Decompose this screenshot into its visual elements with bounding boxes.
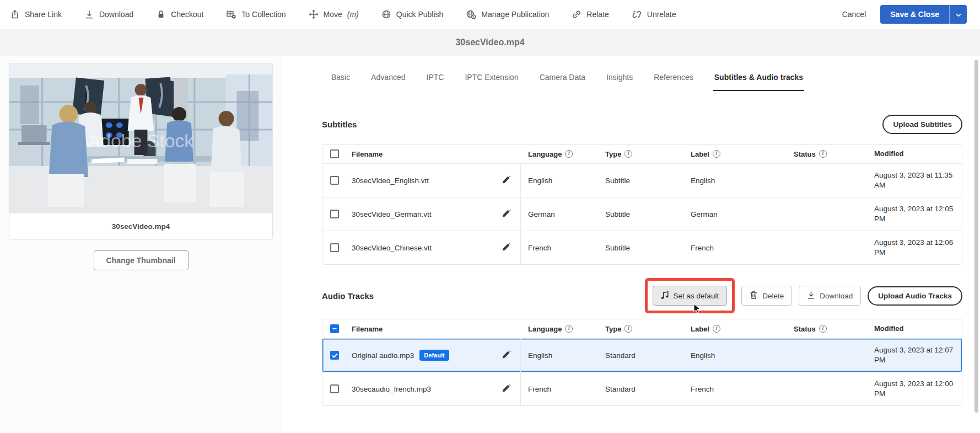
- info-icon[interactable]: [565, 150, 573, 158]
- metadata-tabs: Basic Advanced IPTC IPTC Extension Camer…: [330, 73, 962, 91]
- watermark-text: Adobe Stock: [88, 130, 194, 151]
- tab-iptc[interactable]: IPTC: [426, 73, 445, 91]
- metadata-content: Basic Advanced IPTC IPTC Extension Camer…: [282, 56, 980, 433]
- move-icon: [309, 9, 319, 19]
- select-all-checkbox[interactable]: [330, 324, 339, 333]
- tab-insights[interactable]: Insights: [605, 73, 634, 91]
- toolbar-label: Share Link: [25, 10, 62, 19]
- row-checkbox[interactable]: [330, 243, 339, 252]
- row-checkbox[interactable]: [330, 176, 339, 185]
- select-all-checkbox[interactable]: [330, 149, 339, 158]
- column-header-language: Language: [521, 147, 598, 162]
- toolbar-right: Cancel Save & Close: [842, 5, 967, 24]
- edit-pencil-icon[interactable]: [502, 384, 511, 394]
- relate-button[interactable]: Relate: [572, 9, 609, 19]
- tab-camera-data[interactable]: Camera Data: [539, 73, 586, 91]
- cell-type: Subtitle: [598, 207, 683, 222]
- cell-modified: August 3, 2023 at 12:06 PM: [869, 234, 962, 260]
- cell-label: French: [683, 382, 787, 397]
- audio-row-french[interactable]: 30secaudio_french.mp3 French Standard Fr…: [322, 372, 962, 405]
- toolbar-label: Checkout: [171, 10, 203, 19]
- info-icon[interactable]: [819, 325, 827, 333]
- move-button[interactable]: Move (m): [309, 9, 359, 19]
- thumbnail-caption: 30secVideo.mp4: [9, 213, 272, 239]
- download-audio-button[interactable]: Download: [799, 286, 861, 306]
- tab-iptc-extension[interactable]: IPTC Extension: [464, 73, 519, 91]
- cell-modified: August 3, 2023 at 12:07 PM: [869, 342, 962, 368]
- column-header-language: Language: [521, 322, 598, 336]
- unrelate-button[interactable]: Unrelate: [632, 9, 676, 19]
- info-icon[interactable]: [713, 325, 720, 333]
- edit-pencil-icon[interactable]: [502, 350, 511, 360]
- info-icon[interactable]: [565, 325, 573, 333]
- upload-subtitles-button[interactable]: Upload Subtitles: [882, 115, 962, 134]
- cell-status: [787, 386, 869, 392]
- subtitle-row-english[interactable]: 30secVideo_English.vtt English Subtitle …: [322, 163, 962, 197]
- cell-language: French: [521, 382, 598, 397]
- row-checkbox[interactable]: [330, 210, 339, 218]
- cell-type: Standard: [598, 382, 683, 397]
- delete-button[interactable]: Delete: [741, 286, 792, 306]
- toolbar-label: Manage Publication: [481, 10, 549, 19]
- default-badge: Default: [419, 350, 449, 361]
- toolbar-label: Move: [324, 10, 342, 19]
- info-icon[interactable]: [819, 150, 827, 158]
- column-header-type: Type: [598, 322, 683, 336]
- save-close-dropdown-button[interactable]: [949, 5, 967, 24]
- tab-references[interactable]: References: [653, 73, 694, 91]
- subtitle-row-chinese[interactable]: 30secVideo_Chinese.vtt French Subtitle F…: [322, 231, 962, 264]
- edit-pencil-icon[interactable]: [502, 243, 511, 253]
- cell-type: Subtitle: [598, 173, 683, 188]
- share-link-button[interactable]: Share Link: [10, 9, 62, 19]
- download-icon: [807, 291, 815, 301]
- manage-publication-button[interactable]: Manage Publication: [466, 9, 549, 19]
- row-checkbox[interactable]: [330, 351, 339, 360]
- cell-type: Standard: [598, 348, 683, 363]
- main-area: Adobe Stock 30secVideo.mp4 Change Thumbn…: [0, 56, 980, 433]
- info-icon[interactable]: [713, 150, 720, 158]
- change-thumbnail-button[interactable]: Change Thumbnail: [94, 250, 189, 270]
- toolbar-label: To Collection: [241, 10, 286, 19]
- subtitles-section-header: Subtitles Upload Subtitles: [322, 113, 962, 135]
- checkout-button[interactable]: Checkout: [156, 9, 203, 19]
- video-thumbnail-image: Adobe Stock: [9, 63, 272, 213]
- cancel-button[interactable]: Cancel: [842, 10, 866, 19]
- toolbar-label: Relate: [586, 10, 609, 19]
- cell-label: English: [683, 173, 787, 188]
- cell-type: Subtitle: [598, 240, 683, 255]
- toolbar-label: Unrelate: [647, 10, 676, 19]
- tab-advanced[interactable]: Advanced: [370, 73, 406, 91]
- subtitle-row-german[interactable]: 30secVideo_German.vtt German Subtitle Ge…: [322, 197, 962, 231]
- quick-publish-button[interactable]: Quick Publish: [381, 9, 444, 19]
- column-header-status: Status: [787, 322, 869, 336]
- info-icon[interactable]: [624, 325, 632, 333]
- set-as-default-button[interactable]: Set as default: [653, 286, 728, 306]
- to-collection-button[interactable]: To Collection: [226, 9, 286, 19]
- page-title: 30secVideo.mp4: [455, 38, 524, 47]
- row-checkbox[interactable]: [330, 384, 339, 393]
- chevron-down-icon: [956, 9, 961, 19]
- audio-tracks-heading: Audio Tracks: [322, 291, 374, 301]
- column-header-status: Status: [787, 147, 869, 162]
- upload-audio-tracks-button[interactable]: Upload Audio Tracks: [868, 286, 962, 306]
- tab-basic[interactable]: Basic: [330, 73, 351, 91]
- toolbar-label: Quick Publish: [396, 10, 444, 19]
- audio-row-original[interactable]: Original audio.mp3 Default English Stand…: [322, 338, 962, 372]
- cell-modified: August 3, 2023 at 11:35 AM: [869, 167, 962, 193]
- edit-pencil-icon[interactable]: [502, 175, 511, 185]
- column-header-type: Type: [598, 147, 683, 162]
- column-header-label: Label: [683, 322, 787, 336]
- info-icon[interactable]: [624, 150, 632, 158]
- trash-icon: [750, 291, 758, 301]
- audio-tracks-section-header: Audio Tracks Set as default Delete Downl…: [322, 278, 962, 313]
- download-button[interactable]: Download: [84, 9, 133, 19]
- edit-pencil-icon[interactable]: [502, 209, 511, 219]
- tab-subtitles-audio-tracks[interactable]: Subtitles & Audio tracks: [713, 73, 804, 91]
- toolbar-label: Download: [99, 10, 133, 19]
- vertical-scrollbar[interactable]: [974, 60, 978, 413]
- move-shortcut: (m): [347, 10, 359, 19]
- top-toolbar: Share Link Download Checkout To Collecti…: [0, 0, 980, 29]
- save-close-button[interactable]: Save & Close: [880, 5, 949, 24]
- cell-language: German: [521, 207, 598, 222]
- column-header-filename: Filename: [352, 145, 521, 163]
